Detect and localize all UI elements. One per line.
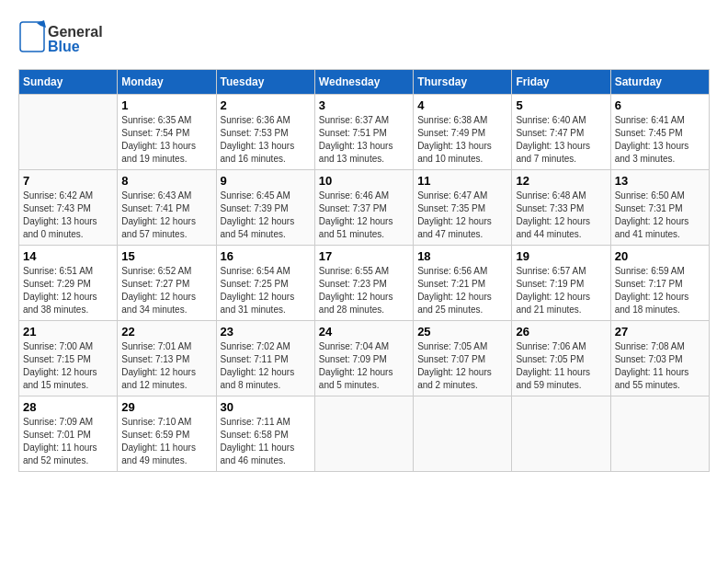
day-info: Sunrise: 7:02 AMSunset: 7:11 PMDaylight:… [221,340,311,392]
calendar-cell: 29Sunrise: 7:10 AMSunset: 6:59 PMDayligh… [118,396,216,472]
day-info: Sunrise: 7:08 AMSunset: 7:03 PMDaylight:… [615,340,705,392]
day-info: Sunrise: 6:48 AMSunset: 7:33 PMDaylight:… [516,190,606,241]
calendar-cell: 13Sunrise: 6:50 AMSunset: 7:31 PMDayligh… [610,170,709,246]
day-info: Sunrise: 6:35 AMSunset: 7:54 PMDaylight:… [121,114,211,166]
day-info: Sunrise: 6:45 AMSunset: 7:39 PMDaylight:… [221,190,311,241]
calendar-cell: 25Sunrise: 7:05 AMSunset: 7:07 PMDayligh… [414,321,512,396]
day-info: Sunrise: 6:43 AMSunset: 7:41 PMDaylight:… [121,190,211,241]
calendar-cell: 27Sunrise: 7:08 AMSunset: 7:03 PMDayligh… [610,321,709,396]
calendar-cell: 9Sunrise: 6:45 AMSunset: 7:39 PMDaylight… [216,170,314,246]
calendar-cell: 22Sunrise: 7:01 AMSunset: 7:13 PMDayligh… [118,321,216,396]
calendar-cell [610,396,709,472]
svg-text:Blue: Blue [48,39,80,54]
calendar-cell: 11Sunrise: 6:47 AMSunset: 7:35 PMDayligh… [414,170,512,246]
calendar-cell: 4Sunrise: 6:38 AMSunset: 7:49 PMDaylight… [414,95,512,170]
calendar-week-row: 21Sunrise: 7:00 AMSunset: 7:15 PMDayligh… [19,321,710,396]
calendar-week-row: 28Sunrise: 7:09 AMSunset: 7:01 PMDayligh… [19,396,710,472]
day-number: 17 [319,249,409,263]
day-info: Sunrise: 6:38 AMSunset: 7:49 PMDaylight:… [417,114,507,166]
day-info: Sunrise: 6:41 AMSunset: 7:45 PMDaylight:… [615,114,705,166]
day-number: 25 [417,325,507,339]
calendar-cell: 26Sunrise: 7:06 AMSunset: 7:05 PMDayligh… [512,321,610,396]
day-info: Sunrise: 6:57 AMSunset: 7:19 PMDaylight:… [516,265,606,316]
calendar-cell: 3Sunrise: 6:37 AMSunset: 7:51 PMDaylight… [314,95,413,170]
calendar-cell: 10Sunrise: 6:46 AMSunset: 7:37 PMDayligh… [314,170,413,246]
calendar-body: 1Sunrise: 6:35 AMSunset: 7:54 PMDaylight… [19,95,710,472]
day-info: Sunrise: 6:46 AMSunset: 7:37 PMDaylight:… [319,190,409,241]
day-info: Sunrise: 7:11 AMSunset: 6:58 PMDaylight:… [221,416,311,467]
day-number: 28 [23,400,113,414]
day-info: Sunrise: 7:00 AMSunset: 7:15 PMDaylight:… [23,340,113,392]
day-number: 10 [319,174,409,188]
day-number: 24 [319,325,409,339]
day-number: 26 [516,325,606,339]
calendar-week-row: 1Sunrise: 6:35 AMSunset: 7:54 PMDaylight… [19,95,710,170]
day-number: 30 [221,400,311,414]
calendar-cell: 7Sunrise: 6:42 AMSunset: 7:43 PMDaylight… [19,170,118,246]
calendar-cell: 14Sunrise: 6:51 AMSunset: 7:29 PMDayligh… [19,246,118,321]
calendar-cell: 28Sunrise: 7:09 AMSunset: 7:01 PMDayligh… [19,396,118,472]
calendar-header: SundayMondayTuesdayWednesdayThursdayFrid… [19,70,710,95]
calendar-cell [19,95,118,170]
calendar-week-row: 7Sunrise: 6:42 AMSunset: 7:43 PMDaylight… [19,170,710,246]
day-number: 13 [615,174,705,188]
day-number: 11 [417,174,507,188]
calendar-cell: 16Sunrise: 6:54 AMSunset: 7:25 PMDayligh… [216,246,314,321]
day-info: Sunrise: 6:42 AMSunset: 7:43 PMDaylight:… [23,190,113,241]
calendar-cell: 23Sunrise: 7:02 AMSunset: 7:11 PMDayligh… [216,321,314,396]
day-info: Sunrise: 6:55 AMSunset: 7:23 PMDaylight:… [319,265,409,316]
calendar-table: SundayMondayTuesdayWednesdayThursdayFrid… [18,69,710,472]
day-number: 18 [417,249,507,263]
calendar-cell: 18Sunrise: 6:56 AMSunset: 7:21 PMDayligh… [414,246,512,321]
day-info: Sunrise: 6:50 AMSunset: 7:31 PMDaylight:… [615,190,705,241]
header: General Blue [18,18,710,60]
calendar-cell: 17Sunrise: 6:55 AMSunset: 7:23 PMDayligh… [314,246,413,321]
day-info: Sunrise: 6:47 AMSunset: 7:35 PMDaylight:… [417,190,507,241]
header-day: Wednesday [314,70,413,95]
day-number: 27 [615,325,705,339]
day-info: Sunrise: 7:01 AMSunset: 7:13 PMDaylight:… [121,340,211,392]
calendar-cell [314,396,413,472]
calendar-cell: 24Sunrise: 7:04 AMSunset: 7:09 PMDayligh… [314,321,413,396]
day-info: Sunrise: 6:52 AMSunset: 7:27 PMDaylight:… [121,265,211,316]
day-info: Sunrise: 7:10 AMSunset: 6:59 PMDaylight:… [121,416,211,467]
day-number: 21 [23,325,113,339]
day-info: Sunrise: 7:04 AMSunset: 7:09 PMDaylight:… [319,340,409,392]
calendar-cell: 6Sunrise: 6:41 AMSunset: 7:45 PMDaylight… [610,95,709,170]
calendar-cell [512,396,610,472]
day-number: 12 [516,174,606,188]
calendar-cell: 30Sunrise: 7:11 AMSunset: 6:58 PMDayligh… [216,396,314,472]
day-number: 15 [121,249,211,263]
day-number: 9 [221,174,311,188]
day-info: Sunrise: 6:59 AMSunset: 7:17 PMDaylight:… [615,265,705,316]
day-number: 16 [221,249,311,263]
day-info: Sunrise: 6:56 AMSunset: 7:21 PMDaylight:… [417,265,507,316]
calendar-cell: 15Sunrise: 6:52 AMSunset: 7:27 PMDayligh… [118,246,216,321]
calendar-cell: 1Sunrise: 6:35 AMSunset: 7:54 PMDaylight… [118,95,216,170]
day-number: 1 [121,98,211,112]
day-info: Sunrise: 6:54 AMSunset: 7:25 PMDaylight:… [221,265,311,316]
day-number: 2 [221,98,311,112]
calendar-cell: 19Sunrise: 6:57 AMSunset: 7:19 PMDayligh… [512,246,610,321]
day-number: 23 [221,325,311,339]
day-info: Sunrise: 7:09 AMSunset: 7:01 PMDaylight:… [23,416,113,467]
header-day: Thursday [414,70,512,95]
calendar-cell: 12Sunrise: 6:48 AMSunset: 7:33 PMDayligh… [512,170,610,246]
day-info: Sunrise: 7:06 AMSunset: 7:05 PMDaylight:… [516,340,606,392]
logo-svg: General Blue [18,18,129,60]
day-number: 6 [615,98,705,112]
header-row: SundayMondayTuesdayWednesdayThursdayFrid… [19,70,710,95]
header-day: Tuesday [216,70,314,95]
header-day: Friday [512,70,610,95]
calendar-cell: 8Sunrise: 6:43 AMSunset: 7:41 PMDaylight… [118,170,216,246]
day-info: Sunrise: 7:05 AMSunset: 7:07 PMDaylight:… [417,340,507,392]
day-number: 29 [121,400,211,414]
day-number: 7 [23,174,113,188]
calendar-cell: 21Sunrise: 7:00 AMSunset: 7:15 PMDayligh… [19,321,118,396]
day-number: 4 [417,98,507,112]
calendar-cell: 2Sunrise: 6:36 AMSunset: 7:53 PMDaylight… [216,95,314,170]
calendar-cell [414,396,512,472]
calendar-cell: 20Sunrise: 6:59 AMSunset: 7:17 PMDayligh… [610,246,709,321]
svg-text:General: General [48,24,103,40]
logo: General Blue [18,18,129,60]
